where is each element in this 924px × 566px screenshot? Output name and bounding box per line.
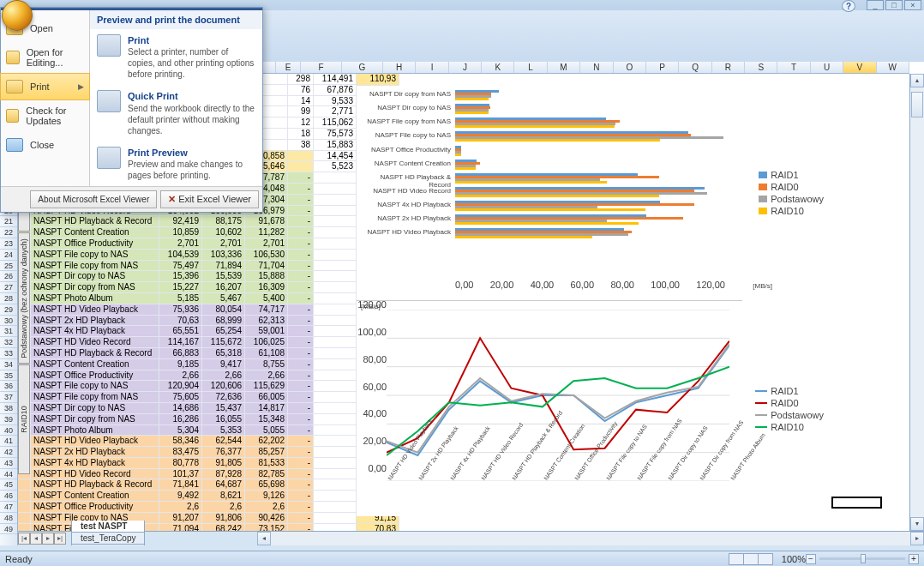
cell[interactable]: - (288, 337, 314, 348)
cell[interactable]: - (288, 261, 314, 272)
cell[interactable]: 83,475 (159, 447, 202, 458)
cell[interactable]: 61,108 (245, 348, 288, 359)
cell[interactable]: 114,491 (314, 74, 357, 85)
cell[interactable]: 5,304 (159, 425, 202, 437)
cell[interactable]: NASPT Content Creation (31, 491, 159, 502)
cell[interactable]: 74,717 (245, 304, 288, 316)
cell[interactable]: NASPT Office Productivity (31, 502, 159, 513)
cell[interactable]: 75,497 (159, 261, 202, 272)
cell[interactable]: 115,062 (314, 117, 357, 129)
cell[interactable] (314, 348, 357, 359)
cell[interactable]: 99 (288, 106, 314, 117)
cell[interactable] (314, 392, 357, 403)
selected-cell[interactable] (831, 497, 882, 509)
cell[interactable]: 82,785 (245, 469, 288, 480)
cell[interactable]: 5,523 (314, 161, 357, 172)
cell[interactable]: 18 (288, 129, 314, 140)
cell[interactable] (18, 513, 31, 524)
cell[interactable]: 90,426 (245, 513, 288, 524)
cell[interactable]: NASPT 2x HD Playback (31, 447, 159, 458)
row-header[interactable]: 32 (0, 337, 17, 348)
cell[interactable]: 15,888 (245, 271, 288, 282)
cell[interactable]: 15,227 (159, 282, 202, 293)
cell[interactable]: 76,377 (202, 447, 245, 458)
row-header[interactable]: 35 (0, 370, 17, 382)
cell[interactable]: 120,606 (202, 381, 245, 392)
cell[interactable]: 65,698 (245, 479, 288, 491)
cell[interactable]: - (288, 282, 314, 293)
cell[interactable]: 71,841 (159, 479, 202, 491)
cell[interactable] (314, 458, 357, 469)
cell[interactable]: - (288, 195, 314, 206)
cell[interactable]: 91,678 (245, 216, 288, 227)
cell[interactable]: 65,254 (202, 326, 245, 337)
cell[interactable]: - (288, 348, 314, 359)
cell[interactable]: 73,152 (245, 524, 288, 531)
cell[interactable]: 91,806 (202, 513, 245, 524)
cell[interactable] (314, 513, 357, 524)
cell[interactable]: 71,704 (245, 261, 288, 272)
cell[interactable]: NASPT File copy to NAS (31, 250, 159, 261)
row-header[interactable]: 36 (0, 381, 17, 392)
cell[interactable]: - (288, 392, 314, 403)
help-button[interactable]: ? (842, 0, 855, 12)
row-header[interactable]: 39 (0, 414, 17, 425)
row-header[interactable]: 37 (0, 392, 17, 403)
cell[interactable]: - (288, 271, 314, 282)
cell[interactable]: 14 (288, 96, 314, 107)
cell[interactable] (18, 524, 31, 531)
cell[interactable]: 15,348 (245, 414, 288, 425)
cell[interactable]: - (288, 184, 314, 195)
cell[interactable]: NASPT File copy from NAS (31, 261, 159, 272)
cell[interactable]: 106,530 (245, 250, 288, 261)
cell[interactable] (314, 271, 357, 282)
cell[interactable] (314, 316, 357, 327)
cell[interactable]: - (288, 458, 314, 469)
cell[interactable] (314, 381, 357, 392)
cell[interactable]: NASPT HD Playback & Record (31, 348, 159, 359)
cell[interactable]: - (288, 414, 314, 425)
cell[interactable]: 16,055 (202, 414, 245, 425)
cell[interactable]: 11,282 (245, 227, 288, 238)
cell[interactable]: 68,999 (202, 316, 245, 327)
cell[interactable]: 16,286 (159, 414, 202, 425)
cell[interactable]: 80,054 (202, 304, 245, 316)
about-button[interactable]: About Microsoft Excel Viewer (30, 190, 157, 208)
cell[interactable]: - (288, 227, 314, 238)
zoom-in[interactable]: + (909, 554, 919, 564)
column-header[interactable]: J (449, 62, 482, 73)
cell[interactable]: - (288, 436, 314, 447)
cell[interactable] (314, 469, 357, 480)
cell[interactable]: 298 (288, 74, 314, 85)
zoom-out[interactable]: − (806, 554, 816, 564)
column-header[interactable]: K (482, 62, 514, 73)
cell[interactable]: 2,771 (314, 106, 357, 117)
row-header[interactable]: 46 (0, 491, 17, 502)
cell[interactable]: 15,396 (159, 271, 202, 282)
cell[interactable] (314, 261, 357, 272)
cell[interactable] (314, 238, 357, 250)
cell[interactable]: 2,66 (202, 370, 245, 382)
cell[interactable]: 5,467 (202, 293, 245, 304)
cell[interactable]: - (288, 304, 314, 316)
sheet-tab[interactable]: test_TeraCopy (71, 533, 145, 545)
cell[interactable]: 70,83 (357, 524, 399, 531)
cell[interactable]: NASPT File copy to NAS (31, 381, 159, 392)
cell[interactable]: 12 (288, 117, 314, 129)
cell[interactable] (288, 161, 314, 172)
cell[interactable]: 9,533 (314, 96, 357, 107)
cell[interactable] (314, 227, 357, 238)
cell[interactable]: 91,805 (202, 458, 245, 469)
maximize-button[interactable]: □ (885, 0, 903, 10)
cell[interactable]: NASPT HD Video Record (31, 469, 159, 480)
cell[interactable]: 2,6 (202, 502, 245, 513)
cell[interactable]: 66,883 (159, 348, 202, 359)
cell[interactable] (314, 206, 357, 217)
row-header[interactable]: 24 (0, 250, 17, 261)
cell[interactable]: 75,573 (314, 129, 357, 140)
cell[interactable]: 14,454 (314, 151, 357, 162)
cell[interactable] (18, 502, 31, 513)
cell[interactable]: NASPT HD Video Record (31, 337, 159, 348)
cell[interactable]: NASPT HD Playback & Record (31, 216, 159, 227)
cell[interactable]: 65,318 (202, 348, 245, 359)
